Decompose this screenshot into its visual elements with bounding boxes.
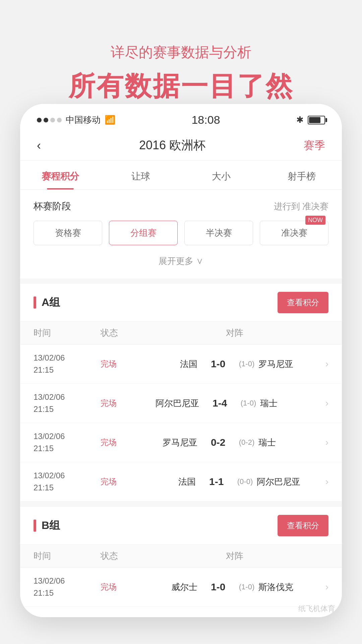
now-badge: NOW xyxy=(305,216,325,225)
col-time-label-b: 时间 xyxy=(34,550,101,562)
match-content: 法国 1-1 (0-0) 阿尔巴尼亚 xyxy=(141,476,315,488)
away-team: 罗马尼亚 xyxy=(258,358,299,370)
match-time: 13/02/0621:15 xyxy=(34,614,101,617)
nav-title: 2016 欧洲杯 xyxy=(139,137,205,154)
stage-buttons: 资格赛 分组赛 半决赛 NOW 准决赛 xyxy=(34,221,328,245)
match-time: 13/02/0621:15 xyxy=(34,430,101,454)
match-time: 13/02/0621:15 xyxy=(34,352,101,376)
match-score: 0-2 xyxy=(201,437,235,448)
tab-handicap[interactable]: 让球 xyxy=(101,161,181,190)
match-score: 1-4 xyxy=(203,397,237,409)
table-row[interactable]: 13/02/0621:15 完场 罗马尼亚 0-2 (0-2) 瑞士 › xyxy=(20,423,342,462)
chevron-right-icon: › xyxy=(315,476,328,487)
back-button[interactable]: ‹ xyxy=(37,139,41,153)
match-score-detail: (1-0) xyxy=(239,360,254,368)
tab-scorers[interactable]: 射手榜 xyxy=(261,161,342,190)
match-time: 13/02/0621:15 xyxy=(34,575,101,599)
group-a-table-header: 时间 状态 对阵 xyxy=(20,321,342,344)
carrier-name: 中国移动 xyxy=(66,114,101,126)
group-a-title: A组 xyxy=(34,295,60,310)
col-status-label: 状态 xyxy=(101,327,141,339)
col-status-label-b: 状态 xyxy=(101,550,141,562)
home-team: 罗马尼亚 xyxy=(157,437,197,448)
season-button[interactable]: 赛季 xyxy=(304,138,325,153)
dot1 xyxy=(37,118,42,122)
stage-btn-qualifier[interactable]: 资格赛 xyxy=(34,221,102,245)
group-b-table-header: 时间 状态 对阵 xyxy=(20,544,342,568)
match-content: 罗马尼亚 0-2 (0-2) 瑞士 xyxy=(141,437,315,448)
signal-dots xyxy=(37,118,62,122)
match-score: 1-0 xyxy=(201,358,235,370)
table-row[interactable]: 13/02/0621:15 完场 英格兰 1-4 (1-0) 俄罗斯 › xyxy=(20,607,342,617)
away-team: 瑞士 xyxy=(260,397,300,409)
group-a-scores-button[interactable]: 查看积分 xyxy=(278,292,328,313)
home-team: 法国 xyxy=(157,358,197,370)
home-team: 威尔士 xyxy=(157,581,197,593)
group-b-scores-button[interactable]: 查看积分 xyxy=(278,515,328,536)
col-match-label-b: 对阵 xyxy=(141,550,328,562)
away-team: 瑞士 xyxy=(258,437,299,448)
status-right: ✱ xyxy=(296,115,325,125)
phone-mockup: 中国移动 📶 18:08 ✱ ‹ 2016 欧洲杯 赛季 赛程积分 让球 大小 … xyxy=(20,104,342,617)
match-score: 1-0 xyxy=(201,581,235,593)
away-team: 阿尔巴尼亚 xyxy=(257,476,300,488)
expand-more[interactable]: 展开更多 ∨ xyxy=(34,252,328,268)
table-row[interactable]: 13/02/0621:15 完场 法国 1-0 (1-0) 罗马尼亚 › xyxy=(20,344,342,384)
dot2 xyxy=(44,118,48,122)
match-status: 完场 xyxy=(101,476,141,487)
match-score-detail: (0-2) xyxy=(239,438,254,447)
match-score-detail: (1-0) xyxy=(241,399,256,408)
main-content: 杯赛阶段 进行到 准决赛 资格赛 分组赛 半决赛 NOW 准决赛 展开更多 ∨ xyxy=(20,190,342,617)
away-team: 斯洛伐克 xyxy=(258,581,299,593)
chevron-right-icon: › xyxy=(315,359,328,369)
table-row[interactable]: 13/02/0621:15 完场 法国 1-1 (0-0) 阿尔巴尼亚 › xyxy=(20,462,342,501)
group-b-header: B组 查看积分 xyxy=(20,507,342,544)
battery-icon xyxy=(308,116,325,124)
subtitle-text: 详尽的赛事数据与分析 xyxy=(111,43,251,62)
col-match-label: 对阵 xyxy=(141,327,328,339)
group-b-title: B组 xyxy=(34,518,60,533)
dot3 xyxy=(50,118,55,122)
match-status: 完场 xyxy=(101,437,141,448)
chevron-right-icon: › xyxy=(315,582,328,592)
tab-schedule[interactable]: 赛程积分 xyxy=(20,161,101,190)
match-time: 13/02/0621:15 xyxy=(34,470,101,494)
home-team: 阿尔巴尼亚 xyxy=(156,397,199,409)
nav-bar: ‹ 2016 欧洲杯 赛季 xyxy=(20,130,342,161)
stage-progress: 进行到 准决赛 xyxy=(274,201,328,212)
table-row[interactable]: 13/02/0621:15 完场 威尔士 1-0 (1-0) 斯洛伐克 › xyxy=(20,568,342,607)
group-a-header: A组 查看积分 xyxy=(20,284,342,321)
bluetooth-icon: ✱ xyxy=(296,115,304,125)
group-b-section: B组 查看积分 时间 状态 对阵 13/02/0621:15 完场 威尔士 1-… xyxy=(20,507,342,617)
group-a-bar xyxy=(34,297,36,309)
watermark: 纸飞机体育 xyxy=(298,604,335,614)
match-status: 完场 xyxy=(101,398,141,409)
tab-size[interactable]: 大小 xyxy=(181,161,261,190)
match-content: 阿尔巴尼亚 1-4 (1-0) 瑞士 xyxy=(141,397,315,409)
stage-btn-group[interactable]: 分组赛 xyxy=(109,221,178,245)
table-row[interactable]: 13/02/0621:15 完场 阿尔巴尼亚 1-4 (1-0) 瑞士 › xyxy=(20,384,342,423)
stage-label: 杯赛阶段 xyxy=(34,200,71,213)
wifi-icon: 📶 xyxy=(105,115,115,125)
home-team: 法国 xyxy=(156,476,196,488)
status-time: 18:08 xyxy=(191,113,220,126)
group-b-bar xyxy=(34,520,36,532)
match-time: 13/02/0621:15 xyxy=(34,391,101,415)
chevron-right-icon: › xyxy=(315,437,328,448)
stage-header: 杯赛阶段 进行到 准决赛 xyxy=(34,200,328,213)
group-a-section: A组 查看积分 时间 状态 对阵 13/02/0621:15 完场 法国 1-0… xyxy=(20,284,342,501)
match-score-detail: (1-0) xyxy=(239,583,254,591)
stage-btn-quarterfinal[interactable]: NOW 准决赛 xyxy=(260,221,328,245)
match-status: 完场 xyxy=(101,582,141,592)
chevron-right-icon: › xyxy=(315,398,328,409)
tab-bar: 赛程积分 让球 大小 射手榜 xyxy=(20,161,342,190)
stage-btn-semifinal[interactable]: 半决赛 xyxy=(184,221,253,245)
col-time-label: 时间 xyxy=(34,327,101,339)
battery-fill xyxy=(309,117,320,123)
status-left: 中国移动 📶 xyxy=(37,114,115,126)
match-content: 法国 1-0 (1-0) 罗马尼亚 xyxy=(141,358,315,370)
match-content: 威尔士 1-0 (1-0) 斯洛伐克 xyxy=(141,581,315,593)
stage-section: 杯赛阶段 进行到 准决赛 资格赛 分组赛 半决赛 NOW 准决赛 展开更多 ∨ xyxy=(20,190,342,278)
match-score: 1-1 xyxy=(200,476,233,487)
main-title: 所有数据一目了然 xyxy=(68,68,294,105)
